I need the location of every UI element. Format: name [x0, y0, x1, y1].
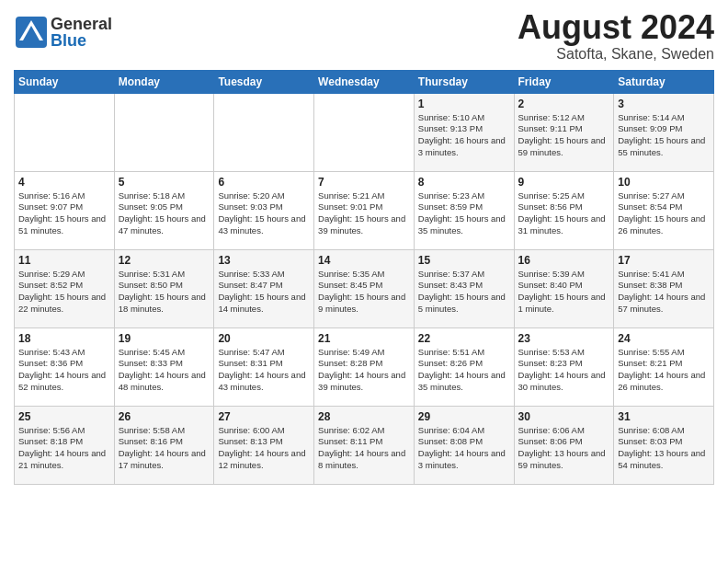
calendar-cell: 22Sunrise: 5:51 AM Sunset: 8:26 PM Dayli…	[414, 327, 514, 406]
calendar-cell: 13Sunrise: 5:33 AM Sunset: 8:47 PM Dayli…	[214, 249, 314, 327]
day-info: Sunrise: 5:23 AM Sunset: 8:59 PM Dayligh…	[418, 190, 510, 237]
calendar-cell: 28Sunrise: 6:02 AM Sunset: 8:11 PM Dayli…	[314, 406, 415, 484]
day-number: 19	[119, 332, 210, 345]
logo-general: General	[51, 16, 112, 32]
weekday-header-sunday: Sunday	[15, 70, 115, 93]
title-block: August 2024 Satofta, Skane, Sweden	[518, 9, 714, 63]
calendar-cell: 23Sunrise: 5:53 AM Sunset: 8:23 PM Dayli…	[514, 327, 614, 406]
calendar-cell: 29Sunrise: 6:04 AM Sunset: 8:08 PM Dayli…	[414, 406, 514, 484]
day-info: Sunrise: 6:04 AM Sunset: 8:08 PM Dayligh…	[418, 425, 510, 472]
day-number: 23	[518, 332, 610, 345]
day-number: 6	[218, 176, 310, 189]
day-number: 21	[318, 332, 410, 345]
calendar-cell	[214, 93, 314, 171]
calendar-cell: 1Sunrise: 5:10 AM Sunset: 9:13 PM Daylig…	[414, 93, 514, 171]
calendar-cell: 11Sunrise: 5:29 AM Sunset: 8:52 PM Dayli…	[15, 249, 115, 327]
day-number: 20	[218, 332, 310, 345]
day-info: Sunrise: 5:51 AM Sunset: 8:26 PM Dayligh…	[418, 347, 510, 394]
day-number: 24	[618, 332, 710, 345]
day-info: Sunrise: 5:45 AM Sunset: 8:33 PM Dayligh…	[119, 347, 210, 394]
calendar-cell: 31Sunrise: 6:08 AM Sunset: 8:03 PM Dayli…	[614, 406, 714, 484]
calendar-cell: 5Sunrise: 5:18 AM Sunset: 9:05 PM Daylig…	[114, 171, 214, 249]
calendar-cell: 6Sunrise: 5:20 AM Sunset: 9:03 PM Daylig…	[214, 171, 314, 249]
day-info: Sunrise: 6:00 AM Sunset: 8:13 PM Dayligh…	[218, 425, 310, 472]
day-info: Sunrise: 5:41 AM Sunset: 8:38 PM Dayligh…	[618, 269, 710, 316]
day-info: Sunrise: 5:37 AM Sunset: 8:43 PM Dayligh…	[418, 269, 510, 316]
day-number: 7	[318, 176, 410, 189]
week-row-4: 18Sunrise: 5:43 AM Sunset: 8:36 PM Dayli…	[15, 327, 714, 406]
day-number: 27	[218, 410, 310, 423]
day-info: Sunrise: 5:47 AM Sunset: 8:31 PM Dayligh…	[218, 347, 310, 394]
day-number: 11	[18, 254, 110, 267]
page-subtitle: Satofta, Skane, Sweden	[518, 46, 714, 63]
day-info: Sunrise: 5:39 AM Sunset: 8:40 PM Dayligh…	[518, 269, 610, 316]
day-number: 15	[418, 254, 510, 267]
page-header: General Blue August 2024 Satofta, Skane,…	[14, 9, 714, 63]
day-info: Sunrise: 5:49 AM Sunset: 8:28 PM Dayligh…	[318, 347, 410, 394]
weekday-header-wednesday: Wednesday	[314, 70, 415, 93]
calendar-cell: 27Sunrise: 6:00 AM Sunset: 8:13 PM Dayli…	[214, 406, 314, 484]
calendar-cell: 17Sunrise: 5:41 AM Sunset: 8:38 PM Dayli…	[614, 249, 714, 327]
calendar-cell: 26Sunrise: 5:58 AM Sunset: 8:16 PM Dayli…	[114, 406, 214, 484]
weekday-header-saturday: Saturday	[614, 70, 714, 93]
day-info: Sunrise: 5:10 AM Sunset: 9:13 PM Dayligh…	[418, 112, 510, 159]
day-number: 3	[618, 98, 710, 110]
day-number: 30	[518, 410, 610, 423]
weekday-header-tuesday: Tuesday	[214, 70, 314, 93]
calendar-cell: 16Sunrise: 5:39 AM Sunset: 8:40 PM Dayli…	[514, 249, 614, 327]
day-number: 31	[618, 410, 710, 423]
week-row-1: 1Sunrise: 5:10 AM Sunset: 9:13 PM Daylig…	[15, 93, 714, 171]
day-number: 25	[18, 410, 110, 423]
day-info: Sunrise: 5:14 AM Sunset: 9:09 PM Dayligh…	[618, 112, 710, 159]
weekday-header-friday: Friday	[514, 70, 614, 93]
day-info: Sunrise: 6:08 AM Sunset: 8:03 PM Dayligh…	[618, 425, 710, 472]
calendar-cell: 18Sunrise: 5:43 AM Sunset: 8:36 PM Dayli…	[15, 327, 115, 406]
day-info: Sunrise: 5:18 AM Sunset: 9:05 PM Dayligh…	[119, 190, 210, 237]
day-info: Sunrise: 6:02 AM Sunset: 8:11 PM Dayligh…	[318, 425, 410, 472]
day-number: 22	[418, 332, 510, 345]
week-row-5: 25Sunrise: 5:56 AM Sunset: 8:18 PM Dayli…	[15, 406, 714, 484]
day-number: 2	[518, 98, 610, 110]
day-number: 9	[518, 176, 610, 189]
day-number: 17	[618, 254, 710, 267]
calendar-cell	[15, 93, 115, 171]
day-info: Sunrise: 5:29 AM Sunset: 8:52 PM Dayligh…	[18, 269, 110, 316]
calendar-cell: 8Sunrise: 5:23 AM Sunset: 8:59 PM Daylig…	[414, 171, 514, 249]
day-info: Sunrise: 5:58 AM Sunset: 8:16 PM Dayligh…	[119, 425, 210, 472]
day-info: Sunrise: 5:31 AM Sunset: 8:50 PM Dayligh…	[119, 269, 210, 316]
day-info: Sunrise: 5:16 AM Sunset: 9:07 PM Dayligh…	[18, 190, 110, 237]
calendar-table: SundayMondayTuesdayWednesdayThursdayFrid…	[14, 70, 714, 485]
day-info: Sunrise: 5:55 AM Sunset: 8:21 PM Dayligh…	[618, 347, 710, 394]
calendar-cell	[314, 93, 415, 171]
day-info: Sunrise: 5:56 AM Sunset: 8:18 PM Dayligh…	[18, 425, 110, 472]
day-info: Sunrise: 5:21 AM Sunset: 9:01 PM Dayligh…	[318, 190, 410, 237]
day-info: Sunrise: 5:20 AM Sunset: 9:03 PM Dayligh…	[218, 190, 310, 237]
weekday-header-monday: Monday	[114, 70, 214, 93]
day-number: 14	[318, 254, 410, 267]
calendar-cell: 15Sunrise: 5:37 AM Sunset: 8:43 PM Dayli…	[414, 249, 514, 327]
day-info: Sunrise: 5:25 AM Sunset: 8:56 PM Dayligh…	[518, 190, 610, 237]
day-info: Sunrise: 5:33 AM Sunset: 8:47 PM Dayligh…	[218, 269, 310, 316]
calendar-cell: 10Sunrise: 5:27 AM Sunset: 8:54 PM Dayli…	[614, 171, 714, 249]
day-number: 1	[418, 98, 510, 110]
day-number: 12	[119, 254, 210, 267]
day-number: 16	[518, 254, 610, 267]
week-row-2: 4Sunrise: 5:16 AM Sunset: 9:07 PM Daylig…	[15, 171, 714, 249]
day-number: 29	[418, 410, 510, 423]
day-number: 5	[119, 176, 210, 189]
calendar-cell: 9Sunrise: 5:25 AM Sunset: 8:56 PM Daylig…	[514, 171, 614, 249]
day-info: Sunrise: 5:12 AM Sunset: 9:11 PM Dayligh…	[518, 112, 610, 159]
calendar-cell: 3Sunrise: 5:14 AM Sunset: 9:09 PM Daylig…	[614, 93, 714, 171]
day-number: 28	[318, 410, 410, 423]
day-info: Sunrise: 6:06 AM Sunset: 8:06 PM Dayligh…	[518, 425, 610, 472]
day-number: 13	[218, 254, 310, 267]
page-title: August 2024	[518, 9, 714, 46]
weekday-header-thursday: Thursday	[414, 70, 514, 93]
logo-icon	[14, 15, 49, 50]
day-info: Sunrise: 5:27 AM Sunset: 8:54 PM Dayligh…	[618, 190, 710, 237]
logo-text: General Blue	[51, 16, 112, 49]
calendar-cell: 25Sunrise: 5:56 AM Sunset: 8:18 PM Dayli…	[15, 406, 115, 484]
day-number: 4	[18, 176, 110, 189]
day-number: 26	[119, 410, 210, 423]
day-number: 10	[618, 176, 710, 189]
